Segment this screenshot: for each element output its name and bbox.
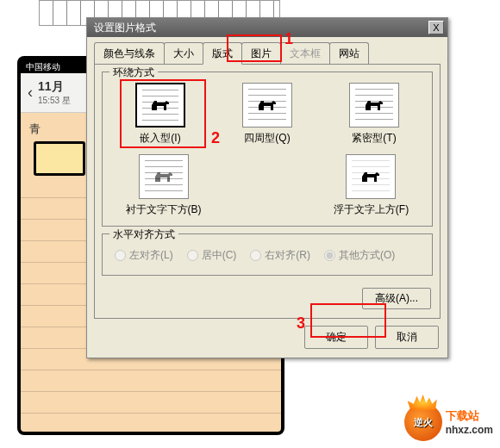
- align-right-input: [250, 250, 261, 261]
- tight-label: 紧密型(T): [352, 131, 396, 146]
- carrier-label: 中国移动: [26, 62, 60, 72]
- horizontal-align-fieldset: 水平对齐方式 左对齐(L) 居中(C) 右对齐(R) 其他方式(O): [102, 233, 433, 276]
- align-left-radio: 左对齐(L): [115, 248, 173, 263]
- wrap-option-front[interactable]: 浮于文字上方(F): [334, 154, 409, 217]
- cancel-button[interactable]: 取消: [375, 326, 439, 349]
- dialog-title: 设置图片格式: [91, 21, 428, 35]
- close-button[interactable]: X: [428, 21, 444, 34]
- tab-size[interactable]: 大小: [164, 42, 203, 64]
- back-chevron-icon[interactable]: ‹: [28, 84, 33, 102]
- align-left-input: [115, 250, 126, 261]
- align-right-radio: 右对齐(R): [250, 248, 310, 263]
- align-right-label: 右对齐(R): [265, 248, 310, 263]
- align-other-input: [324, 250, 335, 261]
- note-text: 青: [29, 122, 41, 135]
- annotation-2: 2: [211, 129, 220, 147]
- behind-label: 衬于文字下方(B): [126, 202, 202, 217]
- annotation-1: 1: [284, 30, 293, 48]
- inline-wrap-icon: [135, 83, 185, 128]
- nav-date: 11月: [38, 79, 71, 95]
- align-center-label: 居中(C): [202, 248, 237, 263]
- align-left-label: 左对齐(L): [129, 248, 173, 263]
- align-other-label: 其他方式(O): [339, 248, 395, 263]
- advanced-button[interactable]: 高级(A)...: [362, 288, 431, 309]
- wrap-option-behind[interactable]: 衬于文字下方(B): [126, 154, 202, 217]
- watermark-logo-icon: 逆火: [404, 403, 442, 441]
- square-label: 四周型(Q): [244, 131, 290, 146]
- ok-button[interactable]: 确定: [304, 326, 368, 349]
- square-wrap-icon: [242, 83, 292, 128]
- front-wrap-icon: [346, 154, 396, 199]
- format-picture-dialog: 设置图片格式 X 颜色与线条 大小 版式 图片 文本框 网站 环绕方式 嵌入型(…: [86, 17, 448, 358]
- align-other-radio: 其他方式(O): [324, 248, 395, 263]
- tab-layout[interactable]: 版式: [203, 42, 242, 65]
- front-label: 浮于文字上方(F): [334, 202, 409, 217]
- tight-wrap-icon: [349, 83, 399, 128]
- close-icon: X: [433, 22, 439, 33]
- wrap-legend: 环绕方式: [109, 65, 158, 80]
- inline-label: 嵌入型(I): [140, 131, 180, 146]
- watermark-cn: 下载站: [446, 408, 493, 424]
- wrap-option-tight[interactable]: 紧密型(T): [349, 83, 399, 146]
- align-center-input: [187, 250, 198, 261]
- wrap-option-inline[interactable]: 嵌入型(I): [135, 83, 185, 146]
- align-center-radio: 居中(C): [187, 248, 237, 263]
- note-embedded-image: [34, 141, 85, 176]
- watermark-logo-text: 逆火: [404, 403, 442, 441]
- tab-picture[interactable]: 图片: [241, 42, 281, 64]
- watermark: 逆火 下载站 nhxz.com: [404, 403, 493, 441]
- annotation-3: 3: [297, 314, 305, 333]
- dialog-titlebar[interactable]: 设置图片格式 X: [87, 18, 447, 37]
- nav-time: 15:53 星: [38, 95, 71, 107]
- tab-colors-lines[interactable]: 颜色与线条: [94, 42, 165, 64]
- align-legend: 水平对齐方式: [109, 227, 178, 242]
- tab-web[interactable]: 网站: [329, 42, 369, 64]
- wrap-option-square[interactable]: 四周型(Q): [242, 83, 292, 146]
- behind-wrap-icon: [139, 154, 189, 199]
- wrap-style-fieldset: 环绕方式 嵌入型(I) 四周型(Q): [102, 72, 433, 227]
- dialog-tabs: 颜色与线条 大小 版式 图片 文本框 网站: [87, 37, 447, 64]
- layout-tab-content: 环绕方式 嵌入型(I) 四周型(Q): [94, 64, 441, 319]
- watermark-url: nhxz.com: [446, 424, 493, 436]
